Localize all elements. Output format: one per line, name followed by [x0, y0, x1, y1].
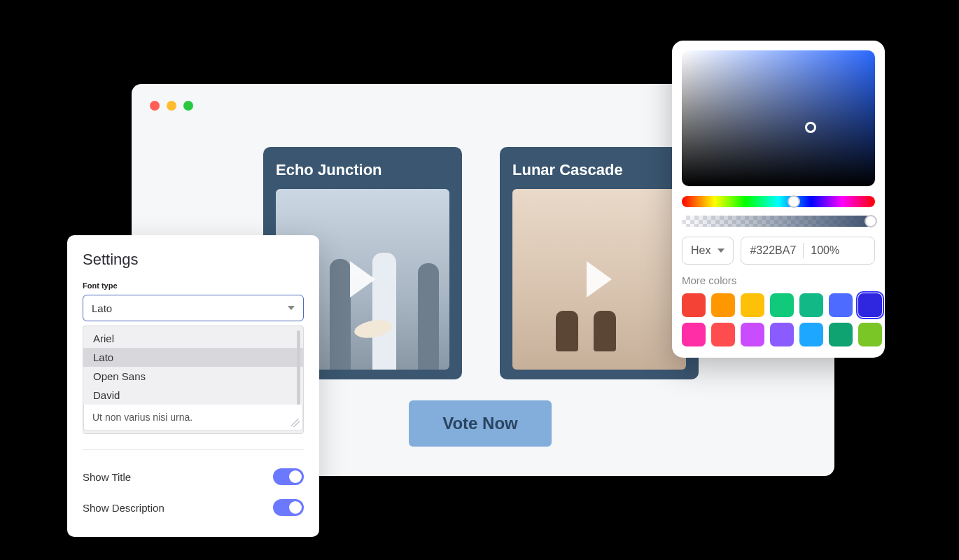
font-option[interactable]: David	[83, 386, 303, 405]
show-title-toggle[interactable]	[273, 468, 304, 485]
description-textarea[interactable]: Ut non varius nisi urna.	[83, 405, 303, 430]
hex-value: #322BA7	[750, 244, 796, 257]
window-zoom-icon[interactable]	[183, 101, 193, 111]
color-swatch[interactable]	[711, 323, 735, 346]
separator	[803, 243, 804, 258]
vote-now-button[interactable]: Vote Now	[409, 400, 552, 447]
thumbnail-art	[556, 311, 616, 351]
chevron-down-icon	[288, 306, 295, 310]
window-minimize-icon[interactable]	[167, 101, 176, 111]
color-value-input[interactable]: #322BA7 100%	[741, 237, 875, 265]
color-swatch[interactable]	[799, 293, 823, 317]
color-field-handle-icon[interactable]	[805, 122, 816, 133]
color-swatch-grid	[682, 293, 875, 346]
video-card-title: Lunar Cascade	[512, 161, 686, 179]
video-card[interactable]: Lunar Cascade	[500, 147, 699, 379]
play-icon[interactable]	[587, 261, 612, 298]
alpha-value: 100%	[811, 244, 839, 257]
color-swatch[interactable]	[858, 323, 882, 346]
chevron-down-icon	[718, 248, 724, 253]
color-swatch[interactable]	[829, 323, 853, 346]
divider	[83, 449, 304, 450]
color-swatch[interactable]	[770, 323, 794, 346]
saturation-brightness-field[interactable]	[682, 50, 875, 186]
show-title-label: Show Title	[83, 471, 131, 483]
color-picker-panel: Hex #322BA7 100% More colors	[672, 41, 885, 358]
font-option[interactable]: Ariel	[83, 329, 303, 348]
show-description-toggle[interactable]	[273, 499, 304, 516]
color-swatch[interactable]	[829, 293, 853, 317]
settings-title: Settings	[83, 251, 304, 269]
font-option[interactable]: Lato	[83, 348, 303, 367]
hue-slider[interactable]	[682, 196, 875, 207]
video-card-title: Echo Junction	[276, 161, 449, 179]
color-format-select[interactable]: Hex	[682, 237, 734, 265]
font-type-selected: Lato	[92, 302, 112, 314]
font-type-label: Font type	[83, 281, 304, 290]
color-swatch[interactable]	[741, 293, 764, 317]
color-swatch[interactable]	[682, 323, 706, 346]
color-format-value: Hex	[691, 244, 710, 257]
window-close-icon[interactable]	[150, 101, 160, 111]
traffic-lights	[150, 101, 193, 111]
font-type-dropdown: Ariel Lato Open Sans David Ut non varius…	[83, 326, 304, 434]
color-swatch[interactable]	[682, 293, 706, 317]
more-colors-label: More colors	[682, 274, 875, 286]
play-icon[interactable]	[350, 261, 375, 298]
alpha-slider-handle-icon[interactable]	[864, 215, 877, 227]
vote-now-label: Vote Now	[442, 414, 518, 433]
color-value-row: Hex #322BA7 100%	[682, 237, 875, 265]
hue-slider-handle-icon[interactable]	[788, 195, 800, 208]
color-swatch[interactable]	[741, 323, 764, 346]
color-swatch[interactable]	[858, 293, 882, 317]
color-swatch[interactable]	[711, 293, 735, 317]
video-card-row: Echo Junction Lunar Cascade	[263, 147, 699, 379]
font-option[interactable]: Open Sans	[83, 367, 303, 386]
font-type-select[interactable]: Lato	[83, 295, 304, 321]
color-swatch[interactable]	[770, 293, 794, 317]
settings-panel: Settings Font type Lato Ariel Lato Open …	[67, 235, 319, 537]
show-description-label: Show Description	[83, 502, 164, 514]
show-title-row: Show Title	[83, 461, 304, 492]
resize-grip-icon[interactable]	[291, 419, 300, 427]
color-swatch[interactable]	[799, 323, 823, 346]
alpha-slider[interactable]	[682, 216, 875, 227]
video-thumbnail[interactable]	[512, 189, 686, 370]
scrollbar[interactable]	[297, 330, 300, 405]
show-description-row: Show Description	[83, 492, 304, 523]
